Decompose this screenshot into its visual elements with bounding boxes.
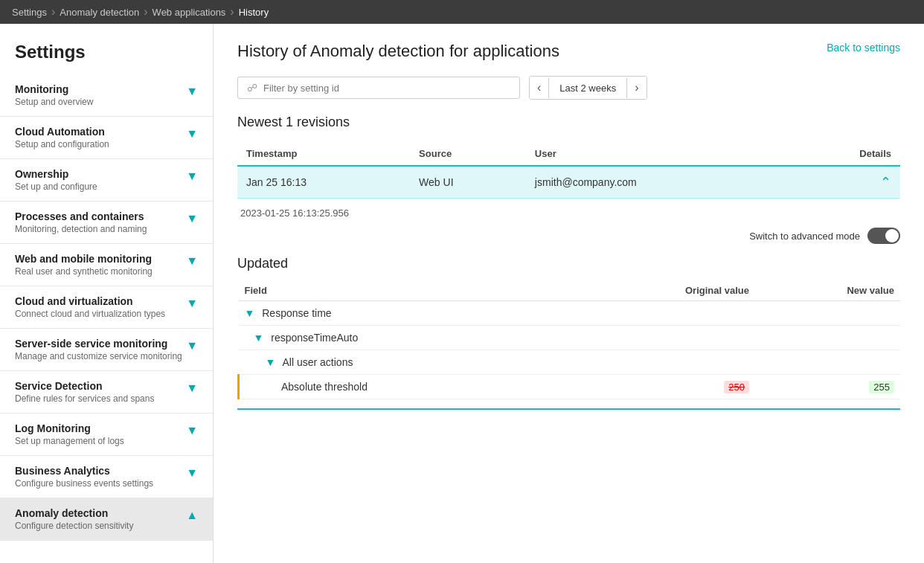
sidebar-item-name-cloud-automation: Cloud Automation xyxy=(15,126,109,138)
sidebar-chevron-processes: ▼ xyxy=(186,212,198,225)
advanced-mode-row: Switch to advanced mode xyxy=(237,228,900,244)
sidebar-item-text-log-monitoring: Log Monitoring Set up management of logs xyxy=(15,422,124,446)
sidebar-item-text-business-analytics: Business Analytics Configure business ev… xyxy=(15,465,153,489)
row-timestamp: Jan 25 16:13 xyxy=(237,166,410,199)
sidebar-chevron-log-monitoring: ▼ xyxy=(186,424,198,437)
sidebar-item-desc-ownership: Set up and configure xyxy=(15,181,97,192)
field-new-threshold: 255 xyxy=(755,375,900,399)
sidebar-item-ownership[interactable]: Ownership Set up and configure ▼ xyxy=(0,159,213,202)
search-icon: ☍ xyxy=(247,82,257,94)
field-response-time-auto: ▼ responseTimeAuto xyxy=(239,326,570,350)
sidebar-item-desc-cloud-automation: Setup and configuration xyxy=(15,139,109,149)
breadcrumb-sep-1: › xyxy=(51,5,55,19)
sidebar-item-desc-anomaly-detection: Configure detection sensitivity xyxy=(15,521,133,531)
field-new-all xyxy=(755,350,900,375)
main-content: History of Anomaly detection for applica… xyxy=(214,24,924,563)
field-col-original: Original value xyxy=(569,280,755,301)
row-source: Web UI xyxy=(410,166,526,199)
field-original-threshold: 250 xyxy=(569,375,755,399)
sidebar-item-desc-processes: Monitoring, detection and naming xyxy=(15,224,147,234)
breadcrumb-sep-3: › xyxy=(230,5,234,19)
sidebar-item-name-server-side: Server-side service monitoring xyxy=(15,338,182,350)
sidebar-item-text-server-side: Server-side service monitoring Manage an… xyxy=(15,338,182,361)
sidebar-item-name-ownership: Ownership xyxy=(15,168,97,180)
advanced-mode-label: Switch to advanced mode xyxy=(749,231,860,242)
search-input[interactable] xyxy=(263,83,510,94)
field-row-absolute-threshold: Absolute threshold 250 255 xyxy=(239,375,901,399)
expand-row-icon[interactable]: ⌃ xyxy=(880,175,891,190)
history-table: Timestamp Source User Details Jan 25 16:… xyxy=(237,142,900,199)
breadcrumb-sep-2: › xyxy=(144,5,147,19)
sidebar-item-service-detection[interactable]: Service Detection Define rules for servi… xyxy=(0,371,213,414)
field-absolute-threshold: Absolute threshold xyxy=(239,375,570,399)
detail-section: 2023-01-25 16:13:25.956 Switch to advanc… xyxy=(237,199,900,410)
sidebar-item-monitoring[interactable]: Monitoring Setup and overview ▼ xyxy=(0,74,213,117)
sidebar-item-cloud-automation[interactable]: Cloud Automation Setup and configuration… xyxy=(0,117,213,159)
sidebar-item-name-business-analytics: Business Analytics xyxy=(15,465,153,477)
updated-heading: Updated xyxy=(237,256,900,271)
filter-row: ☍ ‹ Last 2 weeks › xyxy=(237,76,900,100)
field-new-auto xyxy=(755,326,900,350)
sidebar-item-text-cloud-virt: Cloud and virtualization Connect cloud a… xyxy=(15,295,165,319)
sidebar-item-desc-cloud-virt: Connect cloud and virtualization types xyxy=(15,309,165,319)
sidebar-item-desc-service-detection: Define rules for services and spans xyxy=(15,393,154,404)
breadcrumb-item-history: History xyxy=(239,7,269,18)
table-row: Jan 25 16:13 Web UI jsmith@company.com ⌃ xyxy=(237,166,900,199)
breadcrumb-item-settings[interactable]: Settings xyxy=(12,7,47,18)
sidebar-item-desc-business-analytics: Configure business events settings xyxy=(15,478,153,489)
sidebar-item-desc-web-mobile: Real user and synthetic monitoring xyxy=(15,266,153,277)
field-response-time: ▼ Response time xyxy=(239,301,570,326)
field-col-field: Field xyxy=(239,280,570,301)
sidebar-item-text-web-mobile: Web and mobile monitoring Real user and … xyxy=(15,253,153,277)
sidebar-item-name-monitoring: Monitoring xyxy=(15,83,93,95)
field-row-response-time-auto: ▼ responseTimeAuto xyxy=(239,326,901,350)
search-box: ☍ xyxy=(237,77,520,99)
date-nav-prev-button[interactable]: ‹ xyxy=(530,77,548,99)
revisions-heading: Newest 1 revisions xyxy=(237,115,900,130)
sidebar-item-anomaly-detection[interactable]: Anomaly detection Configure detection se… xyxy=(0,498,213,541)
col-user: User xyxy=(526,142,791,166)
advanced-mode-toggle[interactable] xyxy=(867,228,900,244)
sidebar-item-desc-log-monitoring: Set up management of logs xyxy=(15,436,124,446)
field-original-response-time xyxy=(569,301,755,326)
sidebar-item-name-anomaly-detection: Anomaly detection xyxy=(15,507,133,519)
old-value: 250 xyxy=(724,381,749,393)
sidebar-chevron-ownership: ▼ xyxy=(186,170,198,183)
sidebar-item-name-processes: Processes and containers xyxy=(15,210,147,222)
layout: Settings Monitoring Setup and overview ▼… xyxy=(0,24,924,563)
sidebar-item-business-analytics[interactable]: Business Analytics Configure business ev… xyxy=(0,456,213,498)
sidebar-chevron-anomaly-detection: ▲ xyxy=(186,509,198,522)
col-details: Details xyxy=(791,142,900,166)
sidebar-chevron-cloud-virt: ▼ xyxy=(186,297,198,310)
sidebar-item-text-ownership: Ownership Set up and configure xyxy=(15,168,97,192)
sidebar-chevron-web-mobile: ▼ xyxy=(186,254,198,268)
field-new-response-time xyxy=(755,301,900,326)
sidebar-item-server-side[interactable]: Server-side service monitoring Manage an… xyxy=(0,329,213,371)
sidebar-item-processes[interactable]: Processes and containers Monitoring, det… xyxy=(0,202,213,244)
toggle-knob xyxy=(885,229,899,242)
sidebar-item-desc-server-side: Manage and customize service monitoring xyxy=(15,351,182,361)
chevron-down-icon[interactable]: ▼ xyxy=(254,332,264,344)
sidebar-item-web-mobile[interactable]: Web and mobile monitoring Real user and … xyxy=(0,244,213,286)
field-all-user-actions: ▼ All user actions xyxy=(239,350,570,375)
sidebar-item-text-service-detection: Service Detection Define rules for servi… xyxy=(15,380,154,404)
sidebar-chevron-cloud-automation: ▼ xyxy=(186,127,198,141)
sidebar-item-text-anomaly-detection: Anomaly detection Configure detection se… xyxy=(15,507,133,531)
date-nav-next-button[interactable]: › xyxy=(627,77,646,99)
sidebar-item-name-web-mobile: Web and mobile monitoring xyxy=(15,253,153,265)
sidebar-item-text-monitoring: Monitoring Setup and overview xyxy=(15,83,93,107)
breadcrumb-item-webapps[interactable]: Web applications xyxy=(153,7,226,18)
date-range-label: Last 2 weeks xyxy=(548,78,627,98)
row-details-cell: ⌃ xyxy=(791,166,900,199)
field-col-new: New value xyxy=(755,280,900,301)
breadcrumb-item-anomaly[interactable]: Anomaly detection xyxy=(60,7,139,18)
sidebar-item-log-monitoring[interactable]: Log Monitoring Set up management of logs… xyxy=(0,414,213,456)
sidebar-chevron-service-detection: ▼ xyxy=(186,382,198,395)
sidebar-item-name-cloud-virt: Cloud and virtualization xyxy=(15,295,165,307)
chevron-down-icon[interactable]: ▼ xyxy=(245,307,255,319)
chevron-down-icon[interactable]: ▼ xyxy=(266,356,276,368)
field-table: Field Original value New value ▼ Respons… xyxy=(237,280,900,399)
back-to-settings-link[interactable]: Back to settings xyxy=(827,42,900,54)
date-nav: ‹ Last 2 weeks › xyxy=(529,76,647,100)
sidebar-item-cloud-virt[interactable]: Cloud and virtualization Connect cloud a… xyxy=(0,286,213,329)
